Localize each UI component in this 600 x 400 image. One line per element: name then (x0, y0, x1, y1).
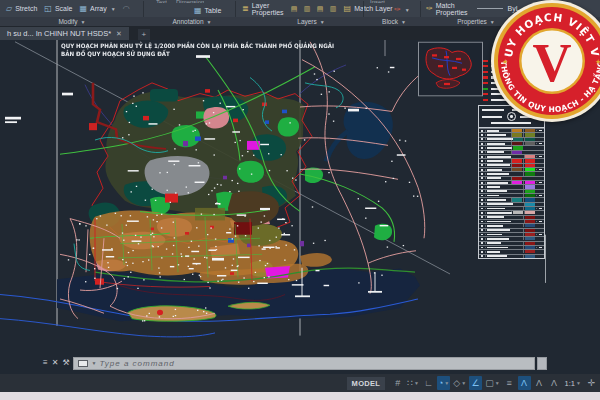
block-brush-button[interactable]: ✑ ▼ (392, 5, 412, 15)
fillet-arc-icon: ◠ (123, 5, 130, 13)
legend-swatch (525, 133, 535, 136)
recent-commands-icon[interactable] (78, 360, 88, 367)
layer-lock-icon: ▥ (330, 5, 337, 12)
table-label: Table (205, 7, 222, 14)
layer-freeze-button[interactable]: ▤ (315, 4, 326, 13)
object-snap-tracking-icon[interactable]: ∠ (469, 376, 482, 390)
legend-swatch (512, 198, 522, 201)
layer-isolate-button[interactable]: ▥ (302, 4, 313, 13)
annotation-visibility-icon[interactable]: Ʌ (518, 376, 531, 390)
table-button[interactable]: ▦ Table (192, 6, 223, 16)
panel-block[interactable]: Block▼ (359, 17, 429, 26)
quy-hoach-viet-vn-stamp: QUY HOẠCH VIỆT VN THÔNG TIN QUY HOẠCH - … (489, 0, 600, 124)
drawing-title: QUY HOẠCH PHÂN KHU TỶ LỆ 1/2000 PHẦN CÒN… (61, 42, 334, 57)
legend-swatch (512, 181, 522, 184)
legend-swatch (525, 207, 535, 210)
legend-swatch (525, 233, 535, 236)
snap-mode-icon[interactable]: ∷▼ (406, 376, 420, 390)
layer-properties-label-1: Layer (252, 2, 270, 9)
legend-swatch (525, 164, 535, 167)
command-placeholder: Type a command (100, 359, 175, 368)
object-snap-icon[interactable]: ▢▼ (484, 376, 500, 390)
legend-swatch (525, 242, 535, 245)
star-icon: ★ (595, 58, 600, 65)
scale-icon: ◱ (44, 5, 52, 13)
legend-swatch (512, 133, 522, 136)
legend-swatch (513, 211, 523, 214)
legend-swatch (525, 229, 535, 232)
dimension-tool-label-clipped[interactable]: Dimension (176, 0, 204, 3)
command-dropdown-icon[interactable]: ▼ (92, 360, 97, 366)
stretch-button[interactable]: ▱ Stretch (4, 4, 39, 14)
star-icon: ★ (502, 58, 508, 65)
legend-swatch (525, 224, 535, 227)
legend-swatch (525, 168, 535, 171)
array-button[interactable]: ▦ Array ▼ (77, 4, 117, 14)
legend-swatch (525, 142, 535, 145)
annotation-group: Text Dimension ▦ Table (152, 0, 223, 17)
panel-annotation[interactable]: Annotation▼ (157, 17, 227, 26)
legend-row (479, 254, 544, 258)
legend-swatch (525, 246, 535, 249)
legend-swatch (525, 198, 535, 201)
stretch-icon: ▱ (6, 5, 12, 13)
text-tool-label-clipped[interactable]: Text (156, 0, 167, 3)
layer-properties-button[interactable]: ≣ Layer Properties (240, 1, 286, 17)
drawing-tab-label: h su d... In CHINH NUT HSDS* (7, 29, 111, 38)
legend-swatch (525, 129, 535, 132)
brush-dropdown-icon: ▼ (405, 7, 410, 13)
layer-properties-icon: ≣ (242, 5, 249, 13)
wrench-icon[interactable]: ⚒ (61, 359, 70, 367)
model-space-button[interactable]: MODEL (347, 377, 386, 390)
array-icon: ▦ (79, 5, 87, 13)
legend-swatch (525, 185, 535, 188)
legend-swatch (525, 255, 535, 258)
match-layer-icon: ▤ (344, 5, 352, 13)
match-properties-label-2: Properties (436, 9, 468, 16)
array-dropdown-icon: ▼ (111, 6, 116, 12)
match-properties-button[interactable]: ✑ Match Properties (424, 1, 470, 17)
drawing-tab[interactable]: h su d... In CHINH NUT HSDS* ✕ (0, 27, 129, 40)
close-command-icon[interactable]: ✕ (51, 359, 60, 367)
annotation-scale-icon[interactable]: Ʌ (548, 376, 561, 390)
legend-swatch (512, 168, 522, 171)
legend-swatch (512, 177, 522, 180)
command-input[interactable]: ▼ Type a command (73, 357, 535, 370)
legend-swatch (513, 138, 523, 141)
status-bar: MODEL #∷▼∟◔▼◇▼∠▢▼≡ɅɅɅ 1:1 ▼ ✛ (0, 374, 600, 392)
clipped-status-icon[interactable]: ✛ (585, 376, 598, 390)
table-icon: ▦ (194, 7, 202, 15)
insert-label-clipped[interactable]: Insert (370, 0, 385, 3)
legend-swatch (513, 146, 523, 149)
tab-close-icon[interactable]: ✕ (116, 30, 122, 38)
layer-lock-button[interactable]: ▥ (328, 4, 339, 13)
panel-layers[interactable]: Layers▼ (276, 17, 346, 26)
legend-swatch (525, 220, 535, 223)
layer-off-icon: ▤ (291, 5, 298, 12)
layer-freeze-icon: ▤ (317, 5, 324, 12)
scale-button[interactable]: ◱ Scale (42, 4, 74, 14)
layer-tools: ▤ ▥ ▤ ▥ (289, 4, 339, 13)
isometric-drafting-icon[interactable]: ◇▼ (452, 376, 467, 390)
fillet-button[interactable]: ◠ (121, 4, 132, 14)
legend-swatch (525, 203, 535, 206)
lineweight-icon[interactable]: ≡ (503, 376, 516, 390)
ortho-mode-icon[interactable]: ∟ (422, 376, 435, 390)
legend-swatch (512, 159, 522, 162)
legend-swatch (512, 151, 522, 154)
taskbar-strip (0, 392, 600, 400)
panel-modify[interactable]: Modify▼ (37, 17, 107, 26)
polar-tracking-icon[interactable]: ◔▼ (437, 376, 450, 390)
layer-off-button[interactable]: ▤ (289, 4, 300, 13)
legend-swatch (525, 190, 535, 193)
new-tab-button[interactable]: + (138, 29, 150, 40)
command-bar-handle[interactable] (537, 357, 547, 370)
annotation-scale-dropdown[interactable]: 1:1 ▼ (563, 379, 583, 388)
match-properties-icon: ✑ (426, 5, 433, 13)
legend-swatch (512, 142, 522, 145)
legend-swatch (525, 138, 535, 141)
customize-icon[interactable]: ≡ (42, 359, 49, 367)
grid-display-icon[interactable]: # (391, 376, 404, 390)
legend-swatch (525, 216, 535, 219)
autoscale-icon[interactable]: Ʌ (533, 376, 546, 390)
